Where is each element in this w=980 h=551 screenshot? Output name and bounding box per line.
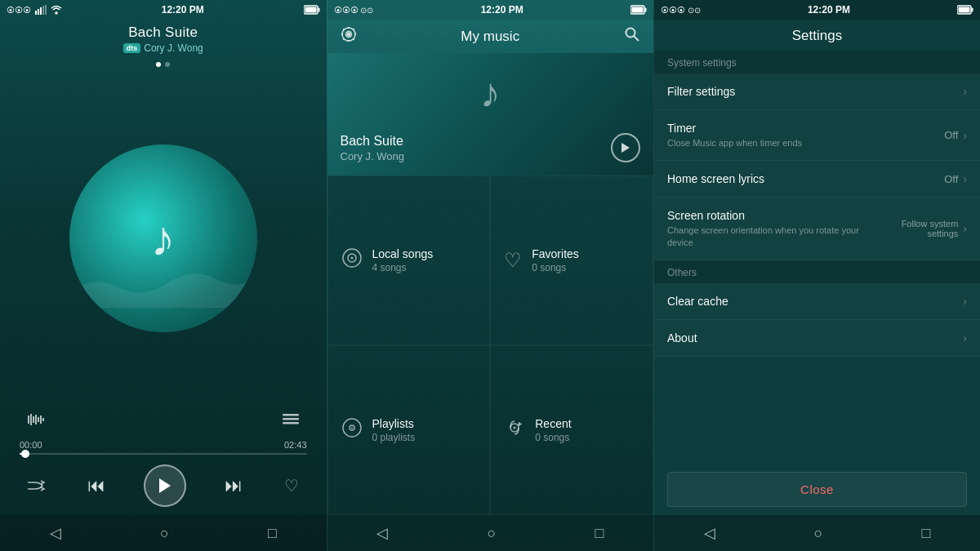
previous-button[interactable]: ⏮ <box>84 472 109 500</box>
svg-rect-40 <box>959 7 970 13</box>
recent-button-2[interactable]: □ <box>579 518 621 549</box>
progress-thumb <box>21 450 29 458</box>
favorite-button[interactable]: ♡ <box>281 473 302 499</box>
svg-rect-11 <box>35 415 37 424</box>
time-labels: 00:00 02:43 <box>20 440 307 450</box>
local-songs-item[interactable]: Local songs 4 songs <box>327 176 491 345</box>
shuffle-button[interactable] <box>24 476 49 495</box>
rotation-item[interactable]: Screen rotation Change screen orientatio… <box>654 198 980 260</box>
categories-grid: Local songs 4 songs ♡ Favorites 0 songs <box>327 176 654 515</box>
timer-subtitle: Close Music app when timer ends <box>667 137 938 149</box>
home-button-3[interactable]: ○ <box>798 518 840 549</box>
rotation-subtitle: Change screen orientation when you rotat… <box>667 224 878 248</box>
svg-rect-16 <box>283 418 299 420</box>
recent-button-3[interactable]: □ <box>906 518 947 549</box>
song-info-header: Bach Suite dts Cory J. Wong <box>0 20 327 57</box>
recent-icon <box>504 417 525 443</box>
gear-icon <box>341 26 357 42</box>
settings-button[interactable] <box>341 26 357 47</box>
home-button-2[interactable]: ○ <box>470 518 512 549</box>
back-button-2[interactable]: ◁ <box>360 518 404 549</box>
svg-rect-10 <box>33 416 34 423</box>
clear-cache-chevron-icon: › <box>963 295 967 308</box>
signal-icon <box>35 5 47 15</box>
favorites-icon: ♡ <box>504 249 522 272</box>
beats-icon <box>341 247 363 269</box>
favorites-item[interactable]: ♡ Favorites 0 songs <box>490 176 653 345</box>
about-chevron-icon: › <box>963 331 967 344</box>
local-songs-count: 4 songs <box>372 262 434 273</box>
svg-point-24 <box>346 33 350 37</box>
equalizer-button[interactable] <box>24 410 47 433</box>
battery-icon-1 <box>304 5 320 15</box>
filter-settings-item[interactable]: Filter settings › <box>654 73 980 110</box>
back-button-3[interactable]: ◁ <box>688 518 732 549</box>
playlists-icon <box>341 417 363 443</box>
settings-list: System settings Filter settings › Timer … <box>654 51 980 464</box>
back-button-1[interactable]: ◁ <box>33 518 78 549</box>
playlist-button[interactable] <box>279 410 302 433</box>
svg-rect-13 <box>40 415 42 424</box>
local-songs-label: Local songs <box>372 247 434 260</box>
nav-bar-1: ◁ ○ □ <box>0 515 327 551</box>
clear-cache-title: Clear cache <box>667 295 956 308</box>
lyrics-value: Off <box>944 173 958 185</box>
recent-label: Recent <box>535 417 571 430</box>
featured-artist: Cory J. Wong <box>341 150 405 162</box>
playback-controls: ⏮ ⏭ ♡ <box>16 464 310 507</box>
settings-panel: ⦿⦿⦿ ⊙⊙ 12:20 PM Settings System settings… <box>653 0 980 551</box>
progress-bar[interactable] <box>20 453 307 455</box>
my-music-title: My music <box>461 29 519 45</box>
about-item[interactable]: About › <box>654 320 980 357</box>
close-button[interactable]: Close <box>667 472 967 507</box>
svg-rect-9 <box>30 414 32 425</box>
svg-point-33 <box>351 427 353 429</box>
search-icon <box>624 26 640 42</box>
clear-cache-item[interactable]: Clear cache › <box>654 283 980 320</box>
status-time-2b: 12:20 PM <box>481 4 523 16</box>
status-right-1 <box>304 5 320 15</box>
svg-rect-17 <box>283 422 299 424</box>
next-button[interactable]: ⏭ <box>221 472 246 500</box>
timer-item[interactable]: Timer Close Music app when timer ends Of… <box>654 110 980 161</box>
svg-point-35 <box>514 427 516 429</box>
about-title: About <box>667 331 956 344</box>
playlists-info: Playlists 0 playlists <box>372 417 416 443</box>
featured-song-details: Bach Suite Cory J. Wong <box>341 134 405 162</box>
svg-rect-1 <box>38 9 39 15</box>
svg-rect-6 <box>318 8 319 12</box>
album-art-container: ♪ <box>0 67 327 410</box>
music-icon-album: ♪ <box>151 211 176 267</box>
status-bar-3: ⦿⦿⦿ ⊙⊙ 12:20 PM <box>654 0 980 20</box>
vinyl-icon <box>341 417 363 438</box>
svg-rect-23 <box>632 7 644 13</box>
filter-chevron-icon: › <box>963 85 967 98</box>
status-bar-2: ⦿⦿⦿ ⊙⊙ 12:20 PM <box>327 0 654 20</box>
recent-item[interactable]: Recent 0 songs <box>490 345 653 515</box>
featured-song-title: Bach Suite <box>341 134 405 149</box>
svg-rect-0 <box>35 11 37 15</box>
local-songs-icon <box>341 247 363 273</box>
timer-title: Timer <box>667 122 938 135</box>
home-button-1[interactable]: ○ <box>144 518 185 549</box>
equalizer-icon <box>28 413 44 426</box>
nav-bar-2: ◁ ○ □ <box>327 515 654 551</box>
playlist-controls <box>16 410 310 433</box>
album-art: ♪ <box>69 144 257 332</box>
playlists-count: 0 playlists <box>372 432 416 443</box>
play-button[interactable] <box>144 464 186 507</box>
song-title: Bach Suite <box>0 24 327 41</box>
play-icon <box>158 478 172 494</box>
settings-title: Settings <box>667 28 967 44</box>
artist-name: Cory J. Wong <box>144 42 203 54</box>
playlists-item[interactable]: Playlists 0 playlists <box>327 345 491 515</box>
recent-music-icon <box>504 417 525 438</box>
svg-rect-8 <box>28 415 29 424</box>
my-music-header: My music <box>327 20 654 53</box>
lyrics-item[interactable]: Home screen lyrics Off › <box>654 161 980 198</box>
search-button[interactable] <box>624 26 640 47</box>
recent-button-1[interactable]: □ <box>252 518 293 549</box>
time-total: 02:43 <box>284 440 307 450</box>
now-playing-panel: ⦿⦿⦿ 12:20 PM Bach Suite dts Cory J. Wong… <box>0 0 327 551</box>
featured-play-button[interactable] <box>611 133 640 162</box>
